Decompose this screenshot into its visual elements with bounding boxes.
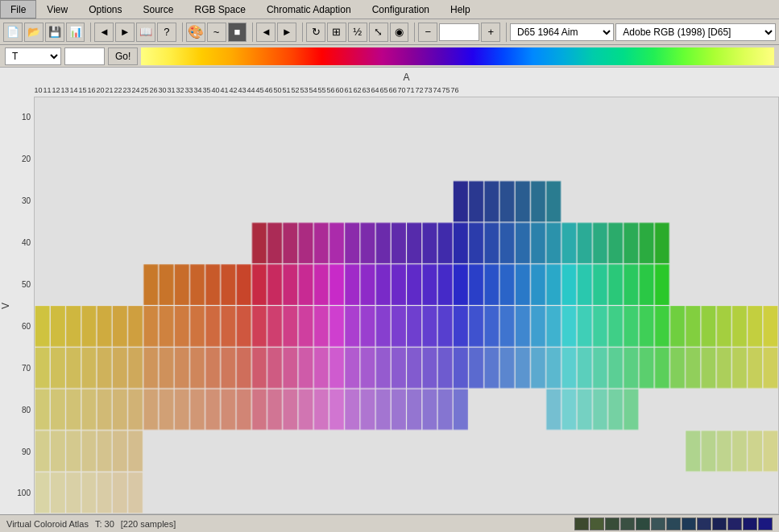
book-button[interactable]: 📖 [136, 23, 155, 42]
info-button[interactable]: ? [157, 23, 176, 42]
x-axis-numbers: 10 11 12 13 14 15 16 20 21 22 23 24 25 2… [0, 84, 779, 97]
menu-file[interactable]: File [0, 0, 36, 19]
cycle-button[interactable]: ↻ [306, 23, 325, 42]
grid-button[interactable]: ⊞ [327, 23, 346, 42]
swatch-3 [605, 518, 619, 530]
color-grid [34, 97, 779, 514]
menu-rgb-space[interactable]: RGB Space [184, 0, 256, 19]
y-axis-area: V 10 20 30 40 50 60 70 80 90 100 [0, 97, 34, 514]
menu-bar: File View Options Source RGB Space Chrom… [0, 0, 779, 19]
separator-4 [300, 23, 303, 42]
forward-button[interactable]: ► [115, 23, 135, 42]
illuminant-select[interactable]: D65 1964 Aim [510, 23, 614, 41]
wave-button[interactable]: ~ [207, 23, 226, 42]
menu-options[interactable]: Options [78, 0, 132, 19]
status-color-swatches [574, 518, 773, 530]
swatch-11 [727, 518, 742, 530]
profile-select[interactable]: Adobe RGB (1998) [D65] [615, 23, 776, 41]
y-num-10: 10 [11, 113, 31, 122]
swatch-2 [590, 518, 604, 530]
t-value: T: 30 [95, 519, 114, 529]
swatch-7 [666, 518, 681, 530]
square-button[interactable]: ■ [228, 23, 247, 42]
swatch-5 [636, 518, 650, 530]
menu-chromatic[interactable]: Chromatic Adaption [256, 0, 362, 19]
swatch-8 [682, 518, 696, 530]
app-name: Virtual Coloroid Atlas [6, 519, 89, 529]
swatch-1 [574, 518, 589, 530]
resize-button[interactable]: ⤡ [369, 23, 388, 42]
swatch-9 [697, 518, 711, 530]
export-button[interactable]: 📊 [66, 23, 85, 42]
color-gradient-bar [141, 47, 774, 65]
swatch-10 [712, 518, 727, 530]
main-area: A 10 11 12 13 14 15 16 20 21 22 23 24 25… [0, 68, 779, 514]
y-num-40: 40 [11, 238, 31, 247]
param-bar: T 30 Go! [0, 45, 779, 68]
separator-1 [88, 23, 91, 42]
zoom-out-button[interactable]: − [418, 23, 437, 42]
toolbar: 📄 📂 💾 📊 ◄ ► 📖 ? 🎨 ~ ■ ◄ ► ↻ ⊞ ½ ⤡ ◉ − 10… [0, 19, 779, 45]
zoom-in-button[interactable]: + [481, 23, 500, 42]
y-num-80: 80 [11, 406, 31, 414]
open-button[interactable]: 📂 [24, 23, 44, 42]
view-button[interactable]: ◉ [390, 23, 409, 42]
swatch-6 [651, 518, 665, 530]
separator-2 [180, 23, 183, 42]
zoom-input[interactable]: 100% [439, 23, 479, 41]
axis-value-input[interactable]: 30 [64, 47, 105, 65]
separator-5 [412, 23, 415, 42]
y-num-70: 70 [11, 364, 31, 373]
y-axis-label: V [0, 97, 11, 514]
swatch-12 [743, 518, 757, 530]
save-button[interactable]: 💾 [45, 23, 64, 42]
y-numbers: 10 20 30 40 50 60 70 80 90 100 [11, 97, 34, 514]
separator-3 [250, 23, 253, 42]
chart-body: V 10 20 30 40 50 60 70 80 90 100 [0, 97, 779, 514]
y-num-60: 60 [11, 322, 31, 331]
menu-source[interactable]: Source [133, 0, 184, 19]
samples-count: [220 samples] [121, 519, 176, 529]
x-axis-label: A [0, 71, 779, 84]
color-wheel-button[interactable]: 🎨 [186, 23, 205, 42]
menu-configuration[interactable]: Configuration [362, 0, 440, 19]
y-num-100: 100 [11, 489, 31, 497]
menu-help[interactable]: Help [440, 0, 481, 19]
half-button[interactable]: ½ [348, 23, 367, 42]
swatch-4 [620, 518, 635, 530]
y-num-30: 30 [11, 196, 31, 205]
new-button[interactable]: 📄 [3, 23, 23, 42]
menu-view[interactable]: View [36, 0, 78, 19]
swatch-13 [758, 518, 773, 530]
go-button[interactable]: Go! [108, 47, 138, 65]
y-num-50: 50 [11, 280, 31, 289]
arrow-left-button[interactable]: ◄ [256, 23, 276, 42]
y-num-90: 90 [11, 447, 31, 456]
y-num-20: 20 [11, 155, 31, 163]
back-button[interactable]: ◄ [94, 23, 114, 42]
separator-6 [503, 23, 507, 42]
status-bar: Virtual Coloroid Atlas T: 30 [220 sample… [0, 514, 779, 532]
axis-select[interactable]: T [5, 47, 61, 65]
arrow-right-button[interactable]: ► [277, 23, 296, 42]
